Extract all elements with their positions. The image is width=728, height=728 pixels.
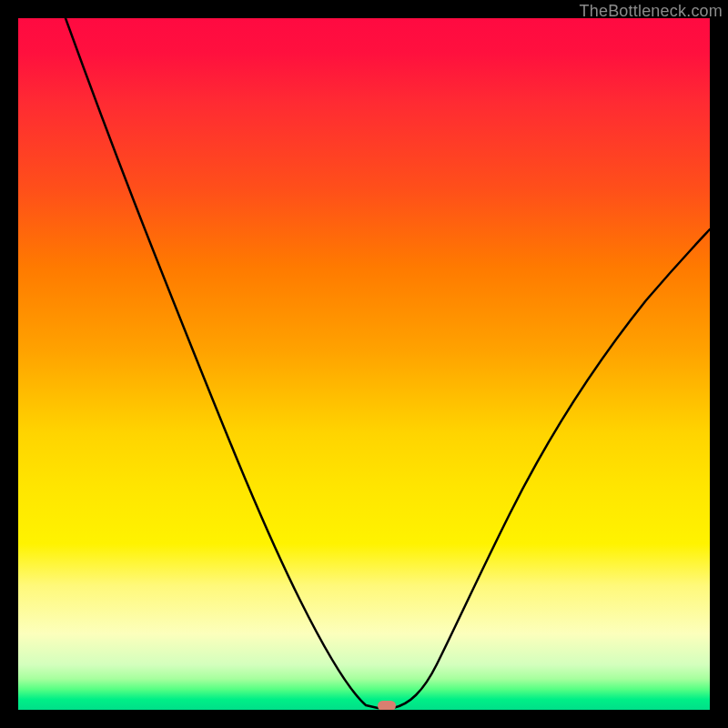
watermark-text: TheBottleneck.com (580, 2, 723, 21)
bottleneck-curve-path (66, 18, 710, 708)
bottleneck-curve (18, 18, 710, 710)
optimal-point-marker (378, 701, 396, 710)
plot-area (18, 18, 710, 710)
chart-frame: TheBottleneck.com (0, 0, 728, 728)
